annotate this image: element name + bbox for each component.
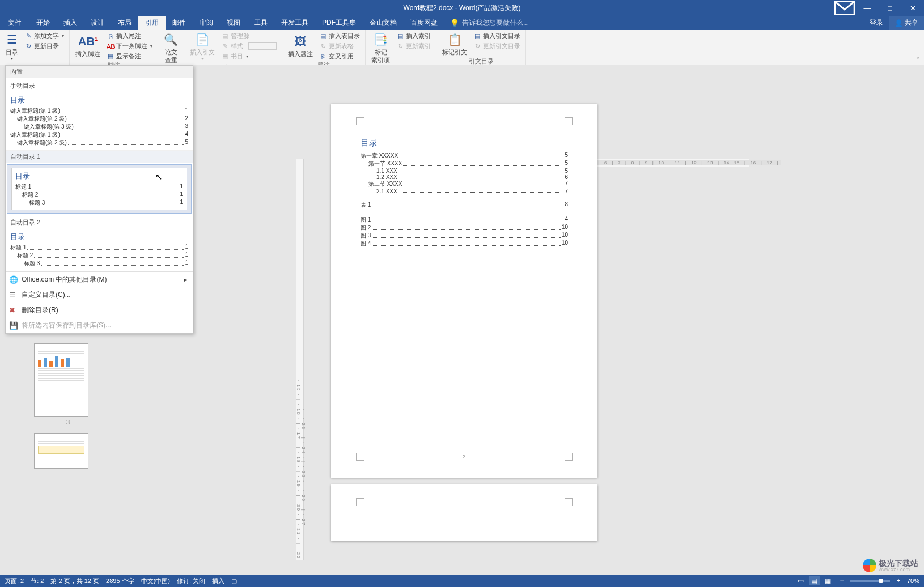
- manual-preview-lines: 键入章标题(第 1 级)1键入章标题(第 2 级)2键入章标题(第 3 级)3键…: [10, 107, 188, 147]
- ribbon: ☰ 目录 ▾ ✎添加文字▾ ↻更新目录 目录 AB1 插入脚注 ⎘插入尾注 AB…: [0, 30, 924, 65]
- insert-endnote-button[interactable]: ⎘插入尾注: [105, 31, 154, 41]
- add-text-button[interactable]: ✎添加文字▾: [23, 31, 66, 41]
- toc-gallery-auto1[interactable]: 目录 标题 11标题 21标题 31 ↖: [7, 164, 192, 214]
- ribbon-display-options-icon[interactable]: [833, 0, 856, 16]
- doc-toc-entries: 第一章 XXXXX5第一节 XXXX51.1 XXX51.2 XXX6第二节 X…: [361, 152, 568, 194]
- toc-gallery-manual[interactable]: 目录 键入章标题(第 1 级)1键入章标题(第 2 级)2键入章标题(第 3 级…: [6, 92, 193, 151]
- web-layout-icon[interactable]: ▦: [823, 576, 833, 585]
- doc-toc-line: 表 18: [361, 201, 568, 209]
- mark-citation-label: 标记引文: [442, 48, 467, 56]
- document-page-next[interactable]: [331, 484, 597, 541]
- toc-preview-line: 标题 11: [15, 183, 183, 191]
- style-select[interactable]: ✎样式:: [219, 41, 278, 51]
- tab-insert[interactable]: 插入: [57, 16, 84, 30]
- insert-table-figures-button[interactable]: ▤插入表目录: [317, 31, 362, 41]
- tab-kingsoft[interactable]: 金山文档: [363, 16, 404, 30]
- tab-references[interactable]: 引用: [138, 16, 166, 30]
- doc-toc-line: 1.2 XXX6: [361, 174, 568, 180]
- tab-view[interactable]: 视图: [220, 16, 247, 30]
- person-icon: 👤: [895, 19, 903, 27]
- tab-home[interactable]: 开始: [29, 16, 57, 30]
- status-word-count[interactable]: 2895 个字: [106, 577, 134, 585]
- tab-file[interactable]: 文件: [0, 16, 29, 30]
- zoom-out-button[interactable]: −: [837, 576, 847, 585]
- doc-toc-line: 图 410: [361, 240, 568, 248]
- read-mode-icon[interactable]: ▭: [796, 576, 806, 585]
- lightbulb-icon: 💡: [450, 19, 459, 27]
- footnote-icon: AB1: [78, 34, 98, 49]
- cross-ref-button[interactable]: ⎘交叉引用: [317, 52, 362, 61]
- toc-preview-line: 标题 21: [10, 252, 188, 260]
- update-index-button[interactable]: ↻更新索引: [395, 41, 433, 51]
- remove-toc-button[interactable]: ✖ 删除目录(R): [6, 303, 193, 318]
- login-button[interactable]: 登录: [864, 18, 889, 28]
- show-notes-icon: ▤: [107, 53, 115, 60]
- cursor-icon: ↖: [155, 172, 163, 182]
- next-icon: AB: [107, 43, 115, 50]
- thumbnail-page-4[interactable]: [34, 433, 88, 469]
- tell-me-search[interactable]: 💡 告诉我您想要做什么...: [450, 16, 529, 30]
- zoom-level[interactable]: 70%: [907, 577, 919, 584]
- toc-panel-builtin-header: 内置: [6, 66, 193, 78]
- delete-icon: ✖: [9, 306, 15, 314]
- title-bar: Word教程2.docx - Word(产品激活失败) — □ ✕: [0, 0, 924, 16]
- status-bar: 页面: 2 节: 2 第 2 页，共 12 页 2895 个字 中文(中国) 修…: [0, 575, 924, 587]
- insert-footnote-button[interactable]: AB1 插入脚注: [73, 31, 103, 61]
- more-toc-office-button[interactable]: 🌐 Office.com 中的其他目录(M) ▸: [6, 272, 193, 287]
- tab-layout[interactable]: 布局: [111, 16, 138, 30]
- next-footnote-button[interactable]: AB下一条脚注▾: [105, 41, 154, 51]
- manage-sources-button[interactable]: ▤管理源: [219, 31, 278, 41]
- toc-preview-line: 键入章标题(第 2 级)2: [10, 115, 188, 123]
- toc-button[interactable]: ☰ 目录 ▾: [3, 31, 20, 63]
- insert-citation-button[interactable]: 📄 插入引文 ▾: [188, 31, 217, 63]
- show-notes-button[interactable]: ▤显示备注: [105, 52, 154, 61]
- print-layout-icon[interactable]: ▤: [809, 576, 820, 585]
- zoom-in-button[interactable]: +: [893, 576, 904, 585]
- macro-record-icon[interactable]: ▢: [231, 577, 237, 585]
- bibliography-button[interactable]: ▤书目▾: [219, 52, 278, 61]
- thumbnail-page-3[interactable]: [34, 343, 88, 417]
- mark-entry-button[interactable]: 📑 标记 索引项: [369, 31, 392, 66]
- ribbon-group-proof: 🔍 论文 查重 论文: [158, 30, 184, 65]
- custom-toc-button[interactable]: ☰ 自定义目录(C)...: [6, 287, 193, 303]
- tab-pdf-tools[interactable]: PDF工具集: [315, 16, 363, 30]
- update-toc-button[interactable]: ↻更新目录: [23, 41, 66, 51]
- tab-tools[interactable]: 工具: [247, 16, 274, 30]
- chevron-down-icon: ▾: [201, 56, 204, 62]
- status-section[interactable]: 节: 2: [31, 577, 44, 585]
- thumbnail-label: 3: [34, 419, 102, 426]
- collapse-ribbon-button[interactable]: ⌃: [915, 56, 921, 63]
- toc-preview-line: 键入章标题(第 2 级)5: [10, 139, 188, 147]
- doc-toc-line: 图 14: [361, 216, 568, 224]
- mark-citation-button[interactable]: 📋 标记引文: [440, 31, 469, 57]
- insert-caption-button[interactable]: 🖼 插入题注: [286, 31, 315, 61]
- maximize-button[interactable]: □: [879, 0, 901, 16]
- close-button[interactable]: ✕: [901, 0, 924, 16]
- document-page[interactable]: 目录 第一章 XXXXX5第一节 XXXX51.1 XXX51.2 XXX6第二…: [331, 104, 597, 478]
- tab-developer[interactable]: 开发工具: [274, 16, 315, 30]
- update-toa-button[interactable]: ↻更新引文目录: [472, 41, 522, 51]
- status-track-changes[interactable]: 修订: 关闭: [177, 577, 205, 585]
- auto2-preview-lines: 标题 11标题 21标题 31: [10, 244, 188, 267]
- tab-mailings[interactable]: 邮件: [166, 16, 193, 30]
- minimize-button[interactable]: —: [856, 0, 879, 16]
- tab-review[interactable]: 审阅: [193, 16, 220, 30]
- insert-index-button[interactable]: ▤插入索引: [395, 31, 433, 41]
- status-page-of[interactable]: 第 2 页，共 12 页: [50, 577, 99, 585]
- status-page[interactable]: 页面: 2: [5, 577, 24, 585]
- mark-entry-icon: 📑: [374, 32, 388, 47]
- caption-label: 插入题注: [288, 50, 313, 58]
- tab-baidu[interactable]: 百度网盘: [404, 16, 444, 30]
- insert-toa-button[interactable]: ▤插入引文目录: [472, 31, 522, 41]
- toc-preview-line: 键入章标题(第 1 级)1: [10, 107, 188, 115]
- tab-design[interactable]: 设计: [84, 16, 111, 30]
- update-table-button[interactable]: ↻更新表格: [317, 41, 362, 51]
- save-selection-toc-button: 💾 将所选内容保存到目录库(S)...: [6, 318, 193, 333]
- status-insert-mode[interactable]: 插入: [212, 577, 224, 585]
- save-icon: 💾: [9, 321, 18, 330]
- share-button[interactable]: 👤 共享: [889, 16, 924, 30]
- status-language[interactable]: 中文(中国): [141, 577, 170, 585]
- toc-gallery-auto2[interactable]: 目录 标题 11标题 21标题 31: [6, 228, 193, 271]
- zoom-slider[interactable]: [850, 580, 890, 582]
- proof-button[interactable]: 🔍 论文 查重: [162, 31, 180, 66]
